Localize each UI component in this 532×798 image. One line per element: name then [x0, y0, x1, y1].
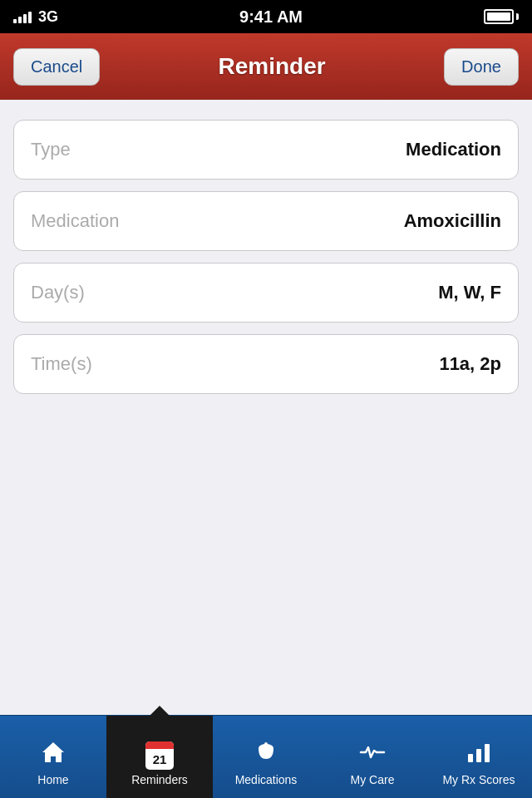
signal-bar-3 [23, 14, 27, 23]
status-time: 9:41 AM [239, 7, 303, 27]
tab-rxscores[interactable]: My Rx Scores [426, 716, 532, 798]
battery-icon [484, 9, 519, 24]
tab-bar: Home 21 Reminders Medications My Care [0, 715, 532, 798]
signal-bar-1 [13, 19, 17, 23]
heartbeat-svg [359, 739, 386, 766]
status-bar: 3G 9:41 AM [0, 0, 532, 33]
times-value: 11a, 2p [439, 353, 501, 375]
tab-home[interactable]: Home [0, 716, 106, 798]
days-label: Day(s) [31, 282, 85, 303]
days-row[interactable]: Day(s) M, W, F [13, 263, 519, 323]
signal-bar-4 [28, 12, 32, 23]
battery-tip [516, 13, 519, 20]
calendar-icon: 21 [145, 741, 174, 770]
tab-home-label: Home [37, 773, 68, 786]
tab-reminders[interactable]: 21 Reminders [106, 716, 213, 798]
type-row[interactable]: Type Medication [13, 120, 519, 180]
tab-mycare-label: My Care [351, 773, 395, 786]
tab-medications[interactable]: Medications [213, 716, 319, 798]
svg-rect-1 [264, 742, 268, 748]
home-icon [40, 739, 66, 770]
times-label: Time(s) [31, 353, 92, 375]
nav-bar: Cancel Reminder Done [0, 33, 532, 100]
done-button[interactable]: Done [444, 48, 519, 86]
days-value: M, W, F [438, 282, 501, 303]
svg-rect-2 [468, 754, 473, 762]
battery-fill [487, 12, 510, 21]
medication-row[interactable]: Medication Amoxicillin [13, 191, 519, 251]
signal-bars [13, 10, 32, 23]
medication-value: Amoxicillin [404, 210, 501, 232]
svg-rect-4 [485, 744, 490, 762]
tab-medications-label: Medications [235, 773, 298, 786]
home-svg [40, 739, 66, 766]
svg-rect-3 [476, 749, 481, 762]
nav-title: Reminder [219, 53, 326, 80]
type-label: Type [31, 139, 71, 160]
medication-label: Medication [31, 210, 119, 232]
heartbeat-icon [359, 739, 386, 770]
tab-reminders-label: Reminders [131, 773, 188, 786]
type-value: Medication [406, 139, 501, 160]
cal-body: 21 [145, 749, 174, 770]
barchart-svg [466, 739, 492, 766]
main-content: Type Medication Medication Amoxicillin D… [0, 100, 532, 715]
tab-rxscores-label: My Rx Scores [442, 773, 515, 786]
barchart-icon [466, 739, 492, 770]
mortar-icon [253, 739, 279, 770]
signal-bar-2 [18, 17, 22, 23]
times-row[interactable]: Time(s) 11a, 2p [13, 334, 519, 394]
tab-mycare[interactable]: My Care [319, 716, 426, 798]
cal-header [145, 741, 174, 749]
status-left: 3G [13, 8, 58, 26]
battery-body [484, 9, 514, 24]
mortar-svg [253, 739, 279, 766]
cancel-button[interactable]: Cancel [13, 48, 100, 86]
carrier-label: 3G [38, 8, 58, 26]
